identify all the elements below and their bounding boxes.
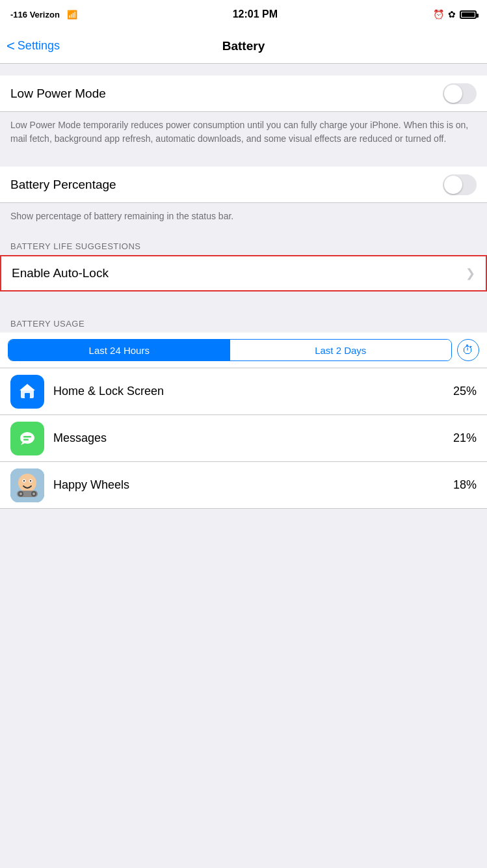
- carrier-signal: -116 Verizon 📶: [10, 10, 77, 20]
- status-bar: -116 Verizon 📶 12:01 PM ⏰ ✿: [0, 0, 487, 29]
- low-power-mode-label: Low Power Mode: [10, 87, 106, 101]
- mid-spacer-1: [0, 155, 487, 167]
- app-icon-messages: [10, 422, 44, 455]
- battery-percentage-label: Battery Percentage: [10, 178, 116, 192]
- battery-percentage-toggle[interactable]: [443, 174, 477, 195]
- bluetooth-icon: ✿: [448, 9, 456, 20]
- svg-rect-8: [23, 439, 29, 441]
- enable-auto-lock-label: Enable Auto-Lock: [12, 266, 109, 280]
- svg-point-14: [30, 480, 31, 481]
- low-power-mode-toggle[interactable]: [443, 83, 477, 104]
- enable-auto-lock-row[interactable]: Enable Auto-Lock ❯: [0, 255, 487, 292]
- battery-status-icon: [460, 10, 477, 19]
- app-usage-happy: 18%: [453, 478, 477, 492]
- app-name-home: Home & Lock Screen: [53, 385, 444, 398]
- segment-control-wrap: Last 24 Hours Last 2 Days ⏱: [0, 332, 487, 368]
- battery-percentage-row[interactable]: Battery Percentage: [0, 167, 487, 203]
- app-usage-home: 25%: [453, 385, 477, 398]
- svg-rect-7: [23, 436, 31, 438]
- segment-btn-2days[interactable]: Last 2 Days: [230, 340, 452, 360]
- app-icon-home-lock: [10, 375, 44, 409]
- battery-usage-header: Battery Usage: [0, 310, 487, 332]
- back-button[interactable]: < Settings: [7, 39, 60, 53]
- battery-percentage-description: Show percentage of battery remaining in …: [0, 203, 487, 232]
- svg-point-5: [20, 432, 34, 444]
- svg-point-13: [23, 480, 25, 481]
- back-chevron-icon: <: [7, 39, 15, 53]
- wifi-icon: 📶: [67, 10, 77, 20]
- status-right-icons: ⏰ ✿: [433, 9, 477, 20]
- app-item-happy-wheels[interactable]: Happy Wheels 18%: [0, 462, 487, 509]
- toggle-knob: [444, 85, 462, 103]
- app-usage-messages: 21%: [453, 431, 477, 445]
- status-time: 12:01 PM: [233, 8, 278, 20]
- app-name-messages: Messages: [53, 431, 444, 445]
- battery-life-suggestions-header: Battery Life Suggestions: [0, 232, 487, 255]
- svg-point-19: [33, 493, 35, 495]
- page-title: Battery: [222, 39, 265, 53]
- alarm-icon: ⏰: [433, 9, 444, 20]
- auto-lock-chevron-icon: ❯: [466, 266, 475, 280]
- app-name-happy: Happy Wheels: [53, 478, 444, 492]
- battery-usage-section: Battery Usage Last 24 Hours Last 2 Days …: [0, 310, 487, 509]
- segment-btn-24h[interactable]: Last 24 Hours: [8, 340, 230, 360]
- low-power-mode-row[interactable]: Low Power Mode: [0, 75, 487, 112]
- segment-control[interactable]: Last 24 Hours Last 2 Days: [8, 339, 452, 361]
- svg-point-10: [18, 474, 36, 492]
- clock-button[interactable]: ⏱: [457, 339, 479, 361]
- app-item-messages[interactable]: Messages 21%: [0, 415, 487, 462]
- back-label[interactable]: Settings: [18, 39, 60, 53]
- svg-rect-2: [25, 393, 30, 398]
- clock-icon: ⏱: [462, 344, 474, 357]
- top-spacer: [0, 64, 487, 75]
- toggle-knob-2: [444, 176, 462, 194]
- navigation-header: < Settings Battery: [0, 29, 487, 64]
- content-area: Low Power Mode Low Power Mode temporaril…: [0, 64, 487, 509]
- app-item-home[interactable]: Home & Lock Screen 25%: [0, 368, 487, 415]
- low-power-mode-description: Low Power Mode temporarily reduces power…: [0, 112, 487, 155]
- svg-point-18: [20, 493, 22, 495]
- mid-spacer-2: [0, 292, 487, 303]
- app-icon-happy-wheels: [10, 468, 44, 502]
